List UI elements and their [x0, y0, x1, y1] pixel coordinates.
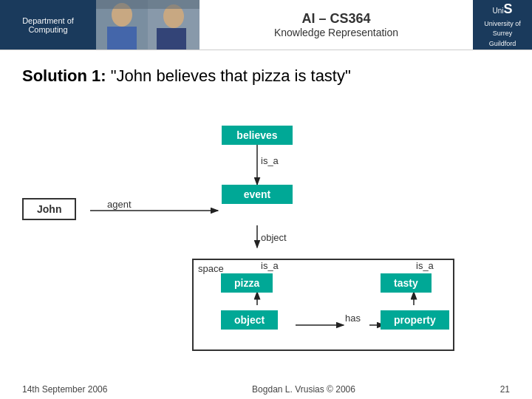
- solution-heading: Solution 1: "John believes that pizza is…: [22, 66, 351, 86]
- header-center: AI – CS364 Knowledge Representation: [200, 0, 473, 50]
- dept-label: Department of Computing: [3, 16, 93, 34]
- believes-box-2: believes: [222, 126, 293, 145]
- agent-label-2: agent: [107, 199, 132, 210]
- footer-bar: 14th September 2006 Bogdan L. Vrusias © …: [0, 384, 532, 395]
- tasty-box-2: tasty: [381, 273, 432, 293]
- footer-date-2: 14th September 2006: [22, 384, 107, 395]
- has-label: has: [345, 313, 361, 324]
- uni-logo-area: UniS University of Surrey Guildford: [473, 0, 532, 50]
- all-arrows: [0, 59, 532, 392]
- object-label-2: object: [261, 232, 287, 243]
- john-box-2: John: [22, 198, 76, 220]
- photo-placeholder: [96, 0, 200, 50]
- photo-area: [96, 0, 200, 50]
- footer-page-2: 21: [500, 384, 510, 395]
- property-box: property: [381, 310, 449, 330]
- is-a-1-label: is_a: [261, 155, 279, 166]
- svg-rect-5: [157, 28, 186, 50]
- space-label-2: space: [198, 263, 224, 274]
- is-a-label-above-tasty: is_a: [416, 260, 434, 271]
- object-box-final: object: [221, 310, 278, 330]
- uni-logo: UniS University of Surrey Guildford: [476, 1, 529, 48]
- page-title: AI – CS364: [301, 11, 370, 27]
- space-box: space: [192, 259, 454, 351]
- pizza-box-2: pizza: [221, 273, 273, 293]
- page-subtitle: Knowledge Representation: [274, 27, 398, 38]
- footer-author-2: Bogdan L. Vrusias © 2006: [252, 384, 355, 395]
- event-box-2: event: [222, 185, 293, 204]
- svg-rect-3: [107, 27, 137, 50]
- dept-area: Department of Computing: [0, 0, 96, 50]
- svg-rect-6: [96, 0, 200, 9]
- header: Department of Computing AI – CS364 Knowl…: [0, 0, 532, 50]
- is-a-label-above-pizza: is_a: [261, 260, 279, 271]
